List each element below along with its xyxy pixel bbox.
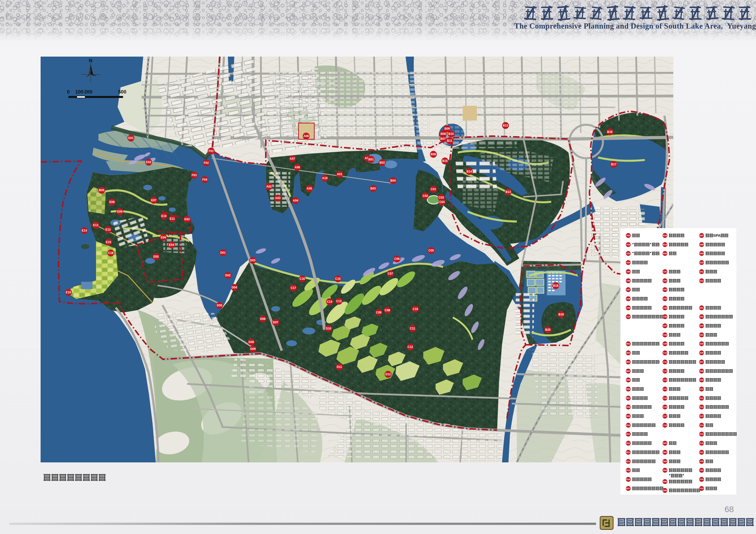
svg-text:F02: F02 [204,161,209,165]
svg-text:N: N [89,58,92,63]
svg-text:B03: B03 [370,187,376,190]
svg-text:C10: C10 [413,307,418,311]
svg-text:A08: A08 [304,134,309,138]
svg-text:B15: B15 [442,159,448,163]
svg-text:C07: C07 [388,272,393,275]
svg-text:E05: E05 [153,255,159,258]
svg-text:B01: B01 [368,158,374,161]
svg-text:B07: B07 [440,137,446,141]
svg-text:E09: E09 [117,210,122,213]
svg-text:B12: B12 [503,124,508,127]
svg-text:100: 100 [75,89,83,94]
svg-text:B04: B04 [390,179,396,182]
svg-text:D02: D02 [225,274,230,277]
svg-text:F03: F03 [192,174,197,177]
svg-text:D07: D07 [273,321,278,324]
svg-text:D01: D01 [220,251,226,254]
svg-text:C02: C02 [422,194,428,198]
svg-text:E12: E12 [105,228,111,231]
svg-text:D11: D11 [337,365,342,369]
svg-text:B08: B08 [441,132,446,136]
svg-text:C15: C15 [335,277,340,280]
svg-text:C06: C06 [394,257,400,261]
svg-text:E04: E04 [169,243,174,247]
svg-text:B02: B02 [379,161,385,164]
svg-text:D05: D05 [217,304,222,307]
svg-text:B19: B19 [558,313,564,316]
svg-text:B06: B06 [431,152,436,156]
svg-text:E08: E08 [109,200,115,204]
svg-text:C13: C13 [336,300,341,303]
svg-text:C05: C05 [428,249,434,252]
svg-text:F04: F04 [202,178,207,181]
svg-text:C14: C14 [327,300,332,304]
svg-text:B13: B13 [505,190,511,194]
svg-text:C04: C04 [439,200,445,204]
svg-text:E01: E01 [128,136,134,140]
svg-text:D12: D12 [385,373,391,376]
svg-text:D03: D03 [250,259,256,262]
svg-text:C11: C11 [410,327,415,330]
svg-text:A03: A03 [275,196,281,200]
svg-text:C01: C01 [431,188,436,191]
svg-text:D10: D10 [326,327,331,330]
svg-text:C17: C17 [291,286,296,290]
svg-text:C08: C08 [385,308,390,312]
svg-text:B05: B05 [99,189,104,192]
svg-text:B18: B18 [553,284,558,287]
svg-text:D04: D04 [231,286,237,289]
svg-text:A04: A04 [293,199,298,202]
svg-text:A01: A01 [337,173,342,176]
svg-text:A05: A05 [307,187,312,190]
svg-text:E13: E13 [93,224,98,227]
svg-text:C12: C12 [408,345,413,349]
svg-text:B10: B10 [448,132,454,136]
svg-text:200: 200 [84,89,92,94]
svg-text:E11: E11 [170,217,175,221]
svg-text:E03: E03 [184,218,190,221]
svg-text:C09: C09 [376,311,381,314]
svg-text:500: 500 [118,89,126,94]
svg-text:E06: E06 [161,236,166,239]
svg-text:E10: E10 [161,214,167,218]
svg-text:C16: C16 [300,277,305,280]
svg-text:A06: A06 [295,166,300,169]
svg-text:C18: C18 [108,251,114,255]
svg-text:F01: F01 [209,149,214,153]
svg-text:B09: B09 [445,127,450,130]
svg-text:B16: B16 [607,130,612,134]
svg-text:0: 0 [67,89,70,94]
svg-text:E16: E16 [66,291,71,294]
svg-text:A10: A10 [322,176,328,180]
svg-text:E15: E15 [106,240,111,244]
svg-text:A07: A07 [290,157,295,160]
svg-text:D08: D08 [249,340,254,344]
svg-text:B14: B14 [467,170,472,173]
svg-text:E14: E14 [82,229,87,232]
svg-text:E07: E07 [151,199,156,202]
svg-text:D06: D06 [260,317,265,321]
svg-text:B20: B20 [545,328,551,332]
svg-text:B11: B11 [447,139,452,143]
svg-text:D09: D09 [250,347,256,351]
svg-text:B17: B17 [611,163,616,166]
svg-text:E02: E02 [146,160,151,164]
svg-text:A02: A02 [266,185,272,188]
